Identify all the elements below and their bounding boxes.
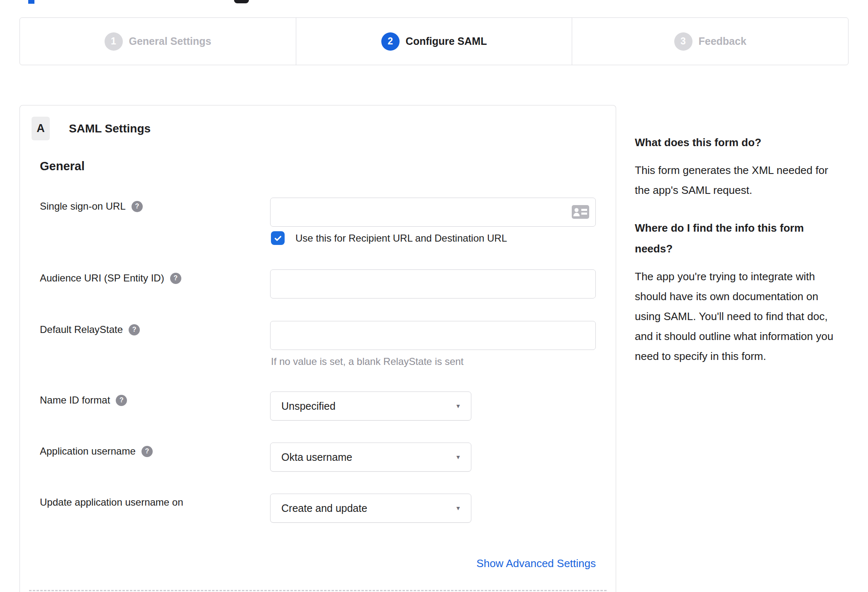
- checkmark-icon: [273, 234, 283, 243]
- name-id-format-label: Name ID format ?: [40, 394, 127, 406]
- single-sign-on-url-label: Single sign-on URL ?: [40, 201, 143, 212]
- help-icon[interactable]: ?: [132, 201, 143, 212]
- clipped-dark-element: [234, 0, 249, 3]
- update-username-on-select[interactable]: Create and update ▼: [270, 494, 471, 523]
- chevron-down-icon: ▼: [455, 403, 461, 409]
- chevron-down-icon: ▼: [455, 505, 461, 511]
- update-username-on-label-text: Update application username on: [40, 497, 183, 508]
- single-sign-on-url-input[interactable]: [270, 198, 596, 227]
- audience-uri-label: Audience URI (SP Entity ID) ?: [40, 272, 181, 284]
- name-id-format-label-text: Name ID format: [40, 394, 110, 406]
- section-title: SAML Settings: [69, 122, 151, 135]
- help-icon[interactable]: ?: [170, 273, 181, 284]
- update-username-on-value: Create and update: [281, 502, 367, 514]
- configure-saml-wizard-screen: 1 General Settings 2 Configure SAML 3 Fe…: [0, 0, 868, 592]
- update-username-on-label: Update application username on: [40, 497, 183, 508]
- clipped-blue-element: [28, 0, 34, 4]
- default-relaystate-label: Default RelayState ?: [40, 324, 140, 335]
- application-username-label: Application username ?: [40, 445, 153, 457]
- step-1-number-badge: 1: [105, 32, 123, 51]
- wizard-stepper: 1 General Settings 2 Configure SAML 3 Fe…: [20, 17, 848, 65]
- chevron-down-icon: ▼: [455, 454, 461, 460]
- application-username-label-text: Application username: [40, 445, 136, 457]
- help-question-1-title: What does this form do?: [635, 132, 838, 153]
- recipient-url-checkbox-row: Use this for Recipient URL and Destinati…: [271, 231, 507, 245]
- step-configure-saml[interactable]: 2 Configure SAML: [296, 18, 572, 65]
- help-icon[interactable]: ?: [141, 446, 153, 457]
- help-question-2-body: The app you're trying to integrate with …: [635, 267, 838, 366]
- section-dashed-divider: [29, 590, 607, 591]
- help-icon[interactable]: ?: [129, 324, 140, 335]
- section-a-badge: A: [32, 117, 50, 140]
- default-relaystate-input[interactable]: [270, 321, 596, 350]
- name-id-format-value: Unspecified: [281, 400, 336, 412]
- relaystate-hint: If no value is set, a blank RelayState i…: [271, 356, 463, 367]
- step-general-settings[interactable]: 1 General Settings: [20, 18, 296, 65]
- step-3-number-badge: 3: [674, 32, 692, 51]
- audience-uri-label-text: Audience URI (SP Entity ID): [40, 272, 164, 284]
- help-question-1-body: This form generates the XML needed for t…: [635, 160, 838, 200]
- audience-uri-input[interactable]: [270, 269, 596, 298]
- general-group-title: General: [40, 159, 85, 173]
- help-question-2-title: Where do I find the info this form needs…: [635, 218, 838, 259]
- saml-settings-card: A SAML Settings General Single sign-on U…: [20, 105, 616, 592]
- single-sign-on-url-label-text: Single sign-on URL: [40, 201, 126, 212]
- step-2-number-badge: 2: [381, 32, 400, 51]
- step-feedback[interactable]: 3 Feedback: [572, 18, 848, 65]
- name-id-format-select[interactable]: Unspecified ▼: [270, 391, 471, 421]
- advanced-settings-link-wrap: Show Advanced Settings: [270, 557, 596, 570]
- application-username-select[interactable]: Okta username ▼: [270, 443, 471, 472]
- application-username-value: Okta username: [281, 451, 352, 463]
- show-advanced-settings-link[interactable]: Show Advanced Settings: [476, 557, 596, 570]
- recipient-url-checkbox[interactable]: [271, 231, 285, 245]
- step-1-label: General Settings: [129, 35, 212, 47]
- step-3-label: Feedback: [699, 35, 746, 47]
- step-2-label: Configure SAML: [406, 35, 487, 47]
- help-icon[interactable]: ?: [116, 395, 127, 406]
- help-panel: What does this form do? This form genera…: [635, 132, 838, 384]
- recipient-url-checkbox-label: Use this for Recipient URL and Destinati…: [295, 232, 507, 244]
- default-relaystate-label-text: Default RelayState: [40, 324, 123, 335]
